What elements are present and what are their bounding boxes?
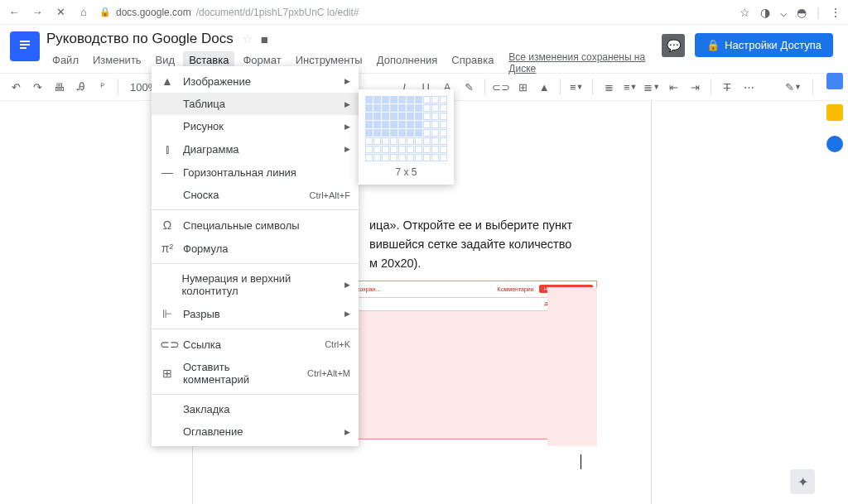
grid-cell[interactable] [373, 104, 381, 112]
grid-cell[interactable] [431, 146, 439, 153]
grid-cell[interactable] [398, 137, 406, 145]
grid-cell[interactable] [431, 154, 439, 161]
redo-icon[interactable]: ↷ [28, 78, 46, 96]
grid-cell[interactable] [390, 154, 398, 161]
grid-cell[interactable] [423, 129, 431, 137]
grid-cell[interactable] [398, 104, 406, 112]
docs-logo-icon[interactable] [10, 31, 40, 61]
star-doc-icon[interactable]: ☆ [242, 31, 253, 46]
grid-cell[interactable] [407, 121, 414, 128]
grid-cell[interactable] [440, 154, 447, 161]
grid-cell[interactable] [390, 104, 398, 112]
grid-cell[interactable] [407, 137, 414, 145]
grid-cell[interactable] [382, 154, 389, 161]
mi-bookmark[interactable]: Закладка [152, 398, 359, 420]
print-icon[interactable]: 🖶 [50, 78, 68, 96]
outdent-icon[interactable]: ⇤ [664, 78, 682, 96]
grid-cell[interactable] [382, 96, 389, 103]
editing-mode-icon[interactable]: ✎▼ [784, 78, 802, 96]
forward-icon[interactable]: → [30, 5, 45, 20]
menu-help[interactable]: Справка [446, 51, 499, 74]
grid-cell[interactable] [382, 137, 389, 145]
doc-title[interactable]: Руководство по Google Docs [46, 31, 234, 47]
grid-cell[interactable] [415, 104, 422, 112]
grid-cell[interactable] [398, 96, 406, 103]
grid-cell[interactable] [365, 137, 373, 145]
move-folder-icon[interactable]: ■ [261, 32, 268, 46]
grid-cell[interactable] [415, 154, 422, 161]
grid-cell[interactable] [382, 146, 389, 153]
menu-edit[interactable]: Изменить [87, 51, 147, 74]
mi-drawing[interactable]: Рисунок▶ [152, 115, 359, 137]
grid-cell[interactable] [431, 129, 439, 137]
indent-icon[interactable]: ⇥ [686, 78, 704, 96]
grid-cell[interactable] [407, 104, 414, 112]
calendar-icon[interactable] [826, 73, 843, 89]
grid-cell[interactable] [365, 121, 373, 128]
highlight-icon[interactable]: ✎ [460, 78, 478, 96]
grid-cell[interactable] [373, 137, 381, 145]
grid-cell[interactable] [440, 146, 447, 153]
home-icon[interactable]: ⌂ [76, 5, 91, 20]
grid-cell[interactable] [398, 129, 406, 137]
grid-cell[interactable] [365, 96, 373, 103]
paint-format-icon[interactable]: Ꭿ [71, 78, 89, 96]
mi-formula[interactable]: π²Формула [152, 237, 359, 260]
grid-cell[interactable] [431, 96, 439, 103]
clear-format-icon[interactable]: T̶ [718, 78, 736, 96]
grid-cell[interactable] [423, 104, 431, 112]
mi-header[interactable]: Нумерация и верхний колонтитул▶ [152, 267, 359, 302]
bulleted-list-icon[interactable]: ≣▼ [643, 78, 661, 96]
grid-cell[interactable] [440, 121, 447, 128]
mi-break[interactable]: ⊩Разрыв▶ [152, 302, 359, 325]
mi-comment[interactable]: ⊞Оставить комментарийCtrl+Alt+M [152, 356, 359, 391]
grid-cell[interactable] [382, 121, 389, 128]
grid-cell[interactable] [373, 121, 381, 128]
grid-cell[interactable] [440, 129, 447, 137]
grid-cell[interactable] [423, 96, 431, 103]
ext1-icon[interactable]: ◑ [760, 6, 770, 19]
grid-cell[interactable] [423, 137, 431, 145]
link-icon[interactable]: ⊂⊃ [492, 78, 510, 96]
grid-cell[interactable] [365, 104, 373, 112]
menu-file[interactable]: Файл [46, 51, 84, 74]
grid-cell[interactable] [398, 121, 406, 128]
pocket-icon[interactable]: ⌵ [780, 6, 787, 19]
grid-cell[interactable] [398, 146, 406, 153]
grid-cell[interactable] [407, 154, 414, 161]
grid-cell[interactable] [365, 146, 373, 153]
tasks-icon[interactable] [826, 136, 843, 152]
mi-special[interactable]: ΩСпециальные символы [152, 214, 359, 237]
grid-cell[interactable] [423, 146, 431, 153]
grid-cell[interactable] [431, 137, 439, 145]
explore-button[interactable]: ✦ [790, 469, 815, 494]
share-button[interactable]: 🔒 Настройки Доступа [695, 33, 833, 57]
back-icon[interactable]: ← [7, 5, 22, 20]
mi-hr[interactable]: ―Горизонтальная линия [152, 161, 359, 184]
mi-toc[interactable]: Оглавление▶ [152, 420, 359, 443]
menu-addons[interactable]: Дополнения [371, 51, 444, 74]
grid-cell[interactable] [407, 96, 414, 103]
grid-cell[interactable] [382, 104, 389, 112]
insert-image-icon[interactable]: ▲ [535, 78, 553, 96]
grid-cell[interactable] [407, 129, 414, 137]
stop-icon[interactable]: ✕ [53, 5, 68, 20]
shield-icon[interactable]: ◓ [797, 6, 807, 19]
grid-cell[interactable] [407, 146, 414, 153]
mi-table[interactable]: Таблица▶ [152, 93, 359, 115]
grid-cell[interactable] [390, 96, 398, 103]
grid-cell[interactable] [390, 113, 398, 120]
grid-cell[interactable] [440, 113, 447, 120]
grid-cell[interactable] [373, 113, 381, 120]
star-icon[interactable]: ☆ [740, 6, 750, 19]
grid-cell[interactable] [423, 154, 431, 161]
grid-cell[interactable] [365, 113, 373, 120]
keep-icon[interactable] [826, 104, 843, 121]
grid-cell[interactable] [398, 113, 406, 120]
grid-cell[interactable] [382, 129, 389, 137]
grid-cell[interactable] [390, 121, 398, 128]
grid-cell[interactable] [415, 146, 422, 153]
grid-cell[interactable] [431, 104, 439, 112]
add-comment-icon[interactable]: ⊞ [513, 78, 532, 96]
numbered-list-icon[interactable]: ≡▼ [621, 78, 639, 96]
